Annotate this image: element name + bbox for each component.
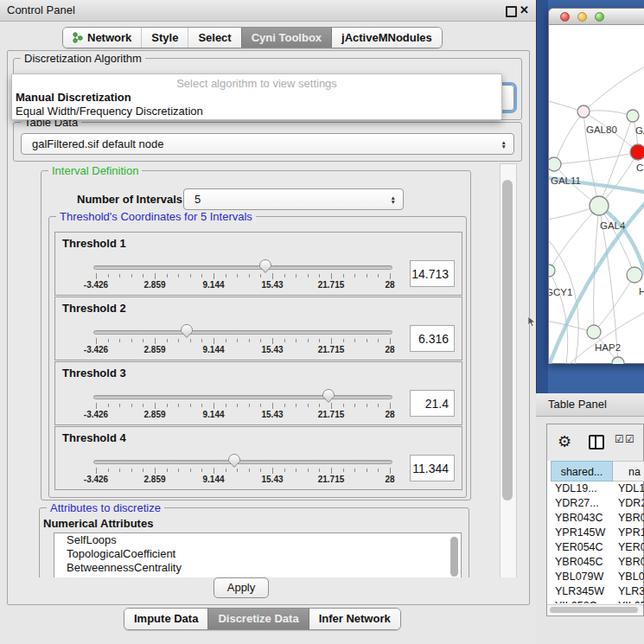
node-label: C (636, 163, 643, 173)
spinner-icon: ▲ ▼ (391, 194, 396, 204)
tab-jactivemnodules[interactable]: jActiveMNodules (331, 28, 442, 48)
tab-discretize-data[interactable]: Discretize Data (207, 609, 308, 629)
tab-cyni-toolbox[interactable]: Cyni Toolbox (241, 28, 331, 48)
threshold-value-field[interactable]: 14.713 (410, 260, 455, 287)
threshold-value-field[interactable]: 11.344 (410, 455, 455, 481)
table-row[interactable]: YBR045CYBR04 (551, 555, 644, 570)
network-node-gal80[interactable] (577, 105, 590, 118)
slider-track[interactable] (93, 265, 392, 270)
node-table-container: ⚙ ☑ ☑ shared... na YDL19...YDL19YDR27...… (546, 424, 644, 616)
minimize-traffic-light-icon[interactable] (577, 12, 587, 22)
checkbox-icon[interactable]: ☑ (615, 433, 624, 445)
column-header-name[interactable]: na (613, 461, 644, 481)
table-row[interactable]: YIL052CYIL05 (551, 599, 644, 603)
tab-select[interactable]: Select (188, 28, 240, 48)
cyni-bottom-tab-bar: Impute Data Discretize Data Infer Networ… (124, 608, 401, 630)
network-window-titlebar[interactable] (549, 9, 644, 25)
float-window-icon[interactable] (506, 6, 517, 17)
network-desktop: GAL80GACGAL11GAL4GCY1HHAP2 (548, 0, 644, 393)
gear-icon[interactable]: ⚙ (558, 432, 571, 451)
slider-track[interactable] (93, 395, 392, 399)
network-node-hap2[interactable] (587, 325, 601, 339)
interval-definition-legend: Interval Definition (48, 164, 142, 177)
attribute-list-item[interactable]: SelfLoops (54, 533, 461, 547)
network-node-ga[interactable] (627, 110, 639, 122)
network-view-window: GAL80GACGAL11GAL4GCY1HHAP2 (548, 8, 644, 364)
slider-ticks (55, 338, 462, 345)
apply-button[interactable]: Apply (214, 577, 269, 598)
threshold-4-panel: Threshold 4 -3.4262.8599.14415.4321.7152… (54, 426, 462, 490)
table-row[interactable]: YDR27...YDR27 (551, 496, 644, 511)
slider-scale-labels: -3.4262.8599.14415.4321.71528 (55, 345, 462, 355)
node-label: GA (635, 125, 644, 136)
table-row[interactable]: YBL079WYBL07 (551, 570, 644, 584)
threshold-coordinates-group: Threshold's Coordinates for 5 Intervals … (48, 216, 467, 498)
popup-option-equal-width[interactable]: Equal Width/Frequency Discretization (16, 105, 203, 118)
tab-network[interactable]: Network (63, 28, 141, 48)
scrollbar-thumb[interactable] (550, 607, 638, 613)
network-node-gal11[interactable] (549, 157, 561, 171)
attribute-list-item[interactable]: TopologicalCoefficient (54, 547, 461, 561)
slider-scale-labels: -3.4262.8599.14415.4321.71528 (55, 280, 462, 290)
table-row[interactable]: YDL19...YDL19 (551, 481, 644, 496)
slider-ticks (55, 403, 462, 410)
attribute-list-item[interactable]: BetweennessCentrality (54, 561, 461, 575)
settings-scrollbar[interactable] (500, 163, 517, 577)
slider-thumb[interactable] (322, 388, 335, 404)
table-row[interactable]: YBR043CYBR04 (551, 511, 644, 526)
table-row[interactable]: YPR145WYPR14 (551, 526, 644, 540)
columns-icon[interactable] (589, 435, 604, 450)
panel-splitter[interactable] (536, 0, 548, 393)
checkbox-icon[interactable]: ☑ (625, 433, 634, 445)
table-row[interactable]: YER054CYER05 (551, 540, 644, 555)
numeric-attributes-list[interactable]: SelfLoopsTopologicalCoefficientBetweenne… (54, 532, 462, 577)
spinner-icon: ▲ ▼ (501, 139, 507, 149)
cyni-toolbox-panel: Discretization Algorithm Table Data galF… (7, 50, 530, 605)
column-header-shared-name[interactable]: shared... (551, 461, 613, 481)
table-row[interactable]: YLR345WYLR34 (551, 584, 644, 599)
num-intervals-combobox[interactable]: 5 ▲ ▼ (183, 188, 404, 210)
tab-infer-network[interactable]: Infer Network (309, 609, 400, 629)
attributes-legend: Attributes to discretize (47, 501, 164, 514)
slider-ticks (55, 273, 462, 280)
slider-track[interactable] (93, 460, 392, 464)
network-node-gal4[interactable] (590, 196, 609, 215)
scrollbar-thumb[interactable] (502, 180, 513, 501)
threshold-value-field[interactable]: 21.4 (410, 390, 455, 417)
threshold-2-panel: Threshold 2 -3.4262.8599.14415.4321.7152… (54, 296, 462, 360)
network-node-h[interactable] (627, 267, 642, 283)
mouse-cursor (528, 316, 537, 328)
threshold-label: Threshold 3 (62, 367, 126, 379)
slider-scale-labels: -3.4262.8599.14415.4321.71528 (55, 475, 462, 485)
close-icon[interactable]: ✕ (520, 0, 529, 21)
interval-definition-group: Interval Definition Number of Intervals … (41, 170, 471, 501)
slider-thumb[interactable] (227, 453, 241, 469)
slider-thumb[interactable] (258, 258, 272, 274)
tab-style[interactable]: Style (141, 28, 188, 48)
popup-option-manual-discretization[interactable]: Manual Discretization (16, 91, 131, 104)
close-traffic-light-icon[interactable] (560, 12, 570, 22)
tab-impute-data[interactable]: Impute Data (124, 609, 207, 629)
table-panel: ⚙ ☑ ☑ shared... na YDL19...YDL19YDR27...… (536, 417, 644, 644)
threshold-label: Threshold 2 (62, 302, 126, 315)
numerical-attributes-title: Numerical Attributes (43, 517, 153, 530)
threshold-value-field[interactable]: 6.316 (410, 325, 455, 352)
threshold-label: Threshold 1 (62, 237, 126, 250)
slider-thumb[interactable] (180, 323, 194, 339)
table-toolbar: ⚙ ☑ ☑ (547, 424, 643, 461)
network-node-c[interactable] (630, 144, 644, 160)
network-canvas[interactable]: GAL80GACGAL11GAL4GCY1HHAP2 (549, 25, 644, 364)
table-data-combobox[interactable]: galFiltered.sif default node ▲ ▼ (21, 133, 514, 155)
threshold-label: Threshold 4 (62, 431, 126, 444)
network-node-gcy1[interactable] (549, 265, 555, 277)
threshold-1-panel: Threshold 1 -3.4262.8599.14415.4321.7152… (54, 232, 462, 296)
table-hscrollbar[interactable] (547, 604, 643, 614)
slider-track[interactable] (93, 330, 392, 335)
zoom-traffic-light-icon[interactable] (595, 12, 604, 22)
num-intervals-label: Number of Intervals (77, 193, 182, 206)
network-node[interactable] (612, 357, 624, 364)
list-scrollbar[interactable] (450, 537, 458, 577)
algorithm-popup: Select algorithm to view settings Manual… (11, 73, 502, 120)
node-label: GAL80 (586, 124, 617, 135)
control-panel-titlebar: Control Panel ✕ (0, 0, 536, 22)
